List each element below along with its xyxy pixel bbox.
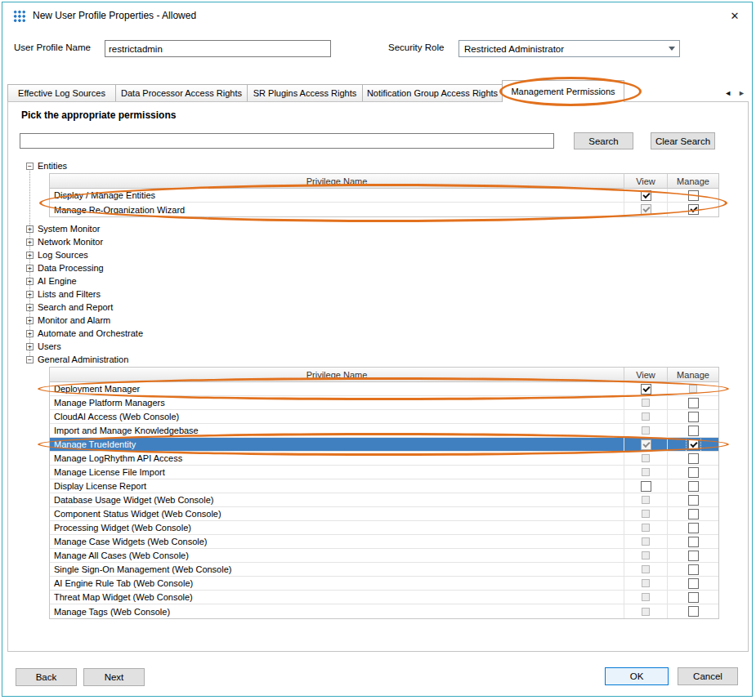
privilege-row[interactable]: Single Sign-On Management (Web Console) [50, 563, 718, 577]
tree-node-system-monitor[interactable]: +System Monitor [21, 222, 737, 235]
expand-icon[interactable]: + [26, 239, 34, 246]
privilege-row[interactable]: Manage TrueIdentity [50, 438, 718, 452]
manage-checkbox-unchecked[interactable] [688, 523, 699, 533]
privilege-row[interactable]: Manage All Cases (Web Console) [50, 549, 718, 563]
expand-icon[interactable]: + [26, 317, 34, 324]
privilege-row[interactable]: Manage License File Import [50, 466, 718, 479]
clear-search-button[interactable]: Clear Search [651, 132, 715, 149]
view-checkbox-checked[interactable] [641, 190, 651, 201]
security-role-dropdown[interactable]: Restricted Administrator [459, 40, 680, 57]
tree-node-label: Search and Report [38, 302, 113, 312]
manage-checkbox-unchecked[interactable] [688, 495, 699, 506]
privilege-name: Single Sign-On Management (Web Console) [50, 563, 624, 576]
tree-node-users[interactable]: +Users [21, 340, 737, 353]
tree-node-general-administration[interactable]: −General Administration [21, 353, 737, 366]
manage-checkbox-unchecked[interactable] [688, 551, 699, 561]
back-button[interactable]: Back [16, 668, 77, 686]
next-button[interactable]: Next [83, 668, 145, 686]
manage-checkbox-checked[interactable] [688, 204, 699, 215]
privilege-row[interactable]: Threat Map Widget (Web Console) [50, 591, 718, 604]
entities-table: Privilege NameViewManageDisplay / Manage… [49, 173, 719, 217]
tree-node-automate-and-orchestrate[interactable]: +Automate and Orchestrate [21, 327, 737, 340]
cancel-button[interactable]: Cancel [678, 667, 738, 685]
expand-icon[interactable]: + [26, 252, 34, 259]
user-profile-name-input[interactable] [105, 40, 331, 57]
manage-checkbox-unchecked[interactable] [688, 606, 699, 617]
manage-checkbox-unchecked[interactable] [688, 453, 699, 464]
manage-checkbox-unchecked[interactable] [688, 537, 699, 547]
privilege-row[interactable]: Processing Widget (Web Console) [50, 521, 718, 535]
column-header-privilege: Privilege Name [50, 368, 624, 381]
manage-checkbox-unchecked[interactable] [688, 481, 699, 492]
tab-data-processor-access-rights[interactable]: Data Processor Access Rights [115, 84, 248, 101]
manage-checkbox-unchecked[interactable] [688, 564, 699, 575]
view-checkbox-disabled [642, 510, 650, 518]
expand-icon[interactable]: + [26, 343, 34, 350]
tree-node-label: Log Sources [38, 250, 88, 260]
privilege-row[interactable]: Database Usage Widget (Web Console) [50, 493, 718, 507]
tree-node-label: Data Processing [38, 263, 104, 273]
privilege-row[interactable]: Display / Manage Entities [50, 189, 718, 203]
manage-cell [667, 521, 718, 534]
tree-node-label: Network Monitor [38, 237, 103, 247]
manage-checkbox-unchecked[interactable] [688, 592, 699, 603]
manage-checkbox-unchecked[interactable] [688, 467, 699, 478]
expand-icon[interactable]: + [26, 265, 34, 272]
search-button[interactable]: Search [574, 132, 633, 149]
privilege-row[interactable]: Manage Case Widgets (Web Console) [50, 535, 718, 549]
privilege-row[interactable]: Manage Tags (Web Console) [50, 604, 718, 618]
manage-checkbox-unchecked[interactable] [688, 398, 699, 408]
manage-cell [667, 577, 718, 590]
tree-node-network-monitor[interactable]: +Network Monitor [21, 235, 737, 248]
collapse-icon[interactable]: − [26, 163, 34, 170]
manage-checkbox-unchecked[interactable] [688, 426, 699, 436]
tree-node-monitor-and-alarm[interactable]: +Monitor and Alarm [21, 314, 737, 327]
close-icon[interactable]: ✕ [722, 6, 747, 25]
manage-checkbox-unchecked[interactable] [688, 412, 699, 422]
expand-icon[interactable]: + [26, 225, 34, 233]
expand-icon[interactable]: + [26, 291, 34, 298]
tab-scroll-left-icon[interactable]: ◄ [724, 89, 731, 97]
privilege-row[interactable]: AI Engine Rule Tab (Web Console) [50, 577, 718, 591]
expand-icon[interactable]: + [26, 278, 34, 285]
manage-checkbox-unchecked[interactable] [688, 509, 699, 519]
manage-cell [667, 493, 718, 506]
tab-effective-log-sources[interactable]: Effective Log Sources [7, 84, 116, 101]
privilege-row[interactable]: CloudAI Access (Web Console) [50, 410, 718, 424]
tree-node-log-sources[interactable]: +Log Sources [21, 248, 737, 261]
privilege-row[interactable]: Manage Platform Managers [50, 396, 718, 410]
view-cell [624, 382, 667, 395]
tree-node-label: Automate and Orchestrate [38, 328, 143, 338]
privilege-name: CloudAI Access (Web Console) [50, 410, 624, 423]
tree-node-lists-and-filters[interactable]: +Lists and Filters [21, 288, 737, 301]
privilege-row[interactable]: Manage Re-Organization Wizard [50, 203, 718, 216]
tree-node-entities[interactable]: −Entities [21, 159, 737, 172]
expand-icon[interactable]: + [26, 330, 34, 337]
privilege-row[interactable]: Manage LogRhythm API Access [50, 452, 718, 466]
management-permissions-panel: Pick the appropriate permissions Search … [7, 101, 749, 652]
manage-checkbox-unchecked[interactable] [688, 190, 699, 201]
view-checkbox-unchecked[interactable] [641, 481, 651, 492]
collapse-icon[interactable]: − [26, 356, 34, 363]
privilege-row[interactable]: Deployment Manager [50, 382, 718, 396]
privilege-row[interactable]: Component Status Widget (Web Console) [50, 507, 718, 521]
privilege-row[interactable]: Import and Manage Knowledgebase [50, 424, 718, 438]
tree-node-search-and-report[interactable]: +Search and Report [21, 301, 737, 314]
tree-node-ai-engine[interactable]: +AI Engine [21, 274, 737, 288]
manage-cell [667, 410, 718, 423]
view-checkbox-checked[interactable] [641, 384, 651, 395]
tab-scroll-right-icon[interactable]: ► [738, 89, 745, 97]
privilege-row[interactable]: Display License Report [50, 479, 718, 493]
permission-search-input[interactable] [20, 133, 554, 149]
expand-icon[interactable]: + [26, 304, 34, 311]
tab-sr-plugins-access-rights[interactable]: SR Plugins Access Rights [247, 84, 363, 101]
permissions-tree: −EntitiesPrivilege NameViewManageDisplay… [21, 159, 737, 624]
manage-checkbox-checked-focus[interactable] [688, 439, 699, 450]
tree-node-data-processing[interactable]: +Data Processing [21, 261, 737, 274]
manage-checkbox-unchecked[interactable] [688, 578, 699, 589]
ok-button[interactable]: OK [605, 667, 669, 685]
privilege-name: Import and Manage Knowledgebase [50, 424, 624, 437]
tab-notification-group-access-rights[interactable]: Notification Group Access Rights [362, 84, 503, 101]
tab-management-permissions[interactable]: Management Permissions [502, 80, 624, 102]
privilege-name: Manage Re-Organization Wizard [50, 203, 624, 216]
